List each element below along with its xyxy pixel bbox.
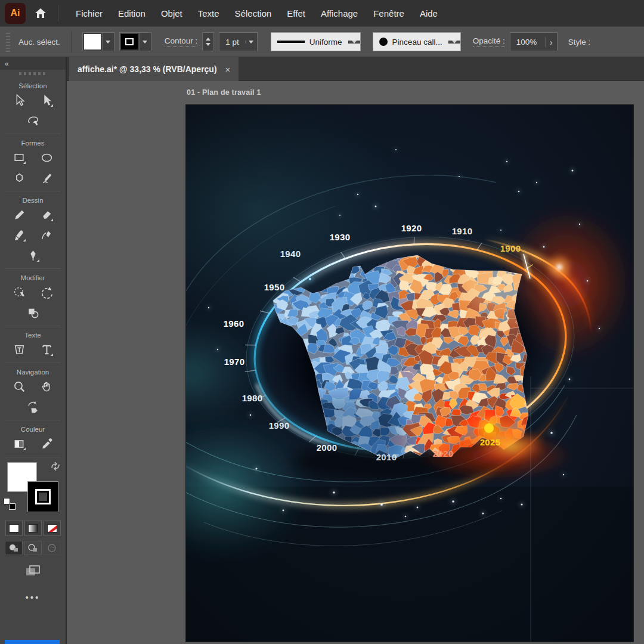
menu-edition[interactable]: Edition: [110, 0, 153, 26]
brush-select[interactable]: Pinceau call...: [373, 32, 461, 51]
timeline-year-2020: 2020: [433, 448, 454, 459]
timeline-year-1900: 1900: [500, 243, 521, 253]
panel-collapse-button[interactable]: «: [0, 57, 66, 70]
menu-texte[interactable]: Texte: [190, 0, 227, 26]
artboard-tool-icon[interactable]: [0, 564, 66, 579]
canvas-pasteboard[interactable]: 01 - Plan de travail 1 19001910192019301…: [67, 81, 644, 644]
tools-panel: « SélectionFormesDessinModifierTexteNavi…: [0, 57, 67, 644]
menu-fichier[interactable]: Fichier: [68, 0, 110, 26]
variable-width-profile-select[interactable]: Uniforme: [271, 32, 361, 51]
separator: [71, 31, 72, 52]
menu-objet[interactable]: Objet: [153, 0, 190, 26]
chevron-down-icon[interactable]: [139, 33, 151, 51]
shape-builder-tool[interactable]: [25, 305, 41, 320]
menu-aide[interactable]: Aide: [412, 0, 445, 26]
opacity-field[interactable]: 100% ›: [510, 32, 558, 51]
menu-selection[interactable]: Sélection: [227, 0, 280, 26]
eraser-tool[interactable]: [39, 207, 54, 222]
rotate-tool[interactable]: [39, 284, 54, 300]
section-title: Navigation: [0, 369, 66, 376]
stroke-weight-label[interactable]: Contour :: [165, 36, 198, 47]
fill-swatch[interactable]: [84, 34, 101, 49]
draw-inside-mode[interactable]: [43, 541, 61, 555]
draw-behind-mode[interactable]: [24, 541, 42, 555]
touch-type-tool[interactable]: [11, 342, 27, 357]
timeline-year-1940: 1940: [280, 249, 301, 259]
timeline-year-2025: 2025: [480, 437, 501, 447]
stroke-weight-select[interactable]: 1 pt: [219, 32, 258, 51]
next-icon[interactable]: ›: [545, 37, 557, 47]
opacity-value[interactable]: 100%: [510, 38, 545, 47]
artboard-area[interactable]: 1900191019201930194019501960197019801990…: [186, 105, 633, 642]
gradient-button[interactable]: [24, 521, 42, 536]
document-tab-bar: affiche.ai* @ 33,33 % (RVB/Aperçu) ×: [67, 57, 644, 81]
paintbrush-tool[interactable]: [11, 227, 27, 243]
panel-drag-handle[interactable]: [0, 70, 66, 77]
document-tab[interactable]: affiche.ai* @ 33,33 % (RVB/Aperçu) ×: [69, 57, 239, 81]
timeline-year-1910: 1910: [452, 226, 473, 236]
section-divider: [5, 420, 61, 420]
panel-grip[interactable]: [6, 32, 10, 52]
edit-toolbar-accent[interactable]: [5, 640, 60, 644]
brush-value: Pinceau call...: [392, 38, 442, 47]
control-bar: Auc. sélect. Contour : 1 pt Uniforme Pin…: [0, 26, 644, 57]
close-icon[interactable]: ×: [225, 64, 231, 75]
toolbar-section-couleur: Couleur: [0, 426, 66, 451]
hand-tool[interactable]: [39, 379, 54, 394]
selection-tool[interactable]: [11, 92, 27, 108]
shaper-tool[interactable]: [39, 170, 54, 185]
stroke-weight-stepper[interactable]: [202, 32, 214, 51]
toolbar-section-formes: Formes: [0, 140, 66, 185]
menu-fenetre[interactable]: Fenêtre: [366, 0, 412, 26]
toolbar-section-navigation: Navigation: [0, 369, 66, 414]
pencil-tool[interactable]: [11, 207, 27, 222]
chevron-down-icon[interactable]: [348, 41, 360, 44]
home-icon[interactable]: [34, 7, 47, 20]
section-divider: [5, 363, 61, 363]
opacity-label[interactable]: Opacité :: [473, 36, 505, 47]
default-colors-icon[interactable]: [4, 498, 16, 510]
swap-fill-stroke-icon[interactable]: [50, 461, 61, 474]
document-title: affiche.ai* @ 33,33 % (RVB/Aperçu): [78, 64, 217, 74]
chevron-down-icon[interactable]: [102, 33, 114, 51]
poster-artwork: 1900191019201930194019501960197019801990…: [186, 105, 633, 642]
style-label: Style :: [568, 38, 591, 47]
type-tool[interactable]: [39, 342, 54, 357]
toolbar-section-dessin: Dessin: [0, 197, 66, 263]
stroke-swatch[interactable]: [121, 34, 138, 49]
section-divider: [5, 191, 61, 191]
rectangle-tool[interactable]: [11, 150, 27, 165]
section-divider: [5, 457, 61, 457]
timeline-year-2010: 2010: [376, 452, 397, 462]
stroke-proxy-swatch[interactable]: [27, 481, 58, 512]
color-button[interactable]: [5, 521, 23, 536]
pen-tool[interactable]: [25, 247, 41, 263]
none-button[interactable]: [44, 521, 61, 536]
timeline-year-2000: 2000: [317, 442, 338, 453]
free-transform-tool[interactable]: [11, 284, 27, 300]
rotate-view-tool[interactable]: [25, 399, 41, 414]
ellipse-shape-tool[interactable]: [39, 150, 54, 165]
lasso-tool[interactable]: [25, 113, 41, 128]
menu-effet[interactable]: Effet: [279, 0, 313, 26]
stroke-color-control[interactable]: [119, 32, 151, 51]
section-title: Formes: [0, 140, 66, 147]
draw-normal-mode[interactable]: [5, 541, 23, 555]
direct-selection-tool[interactable]: [39, 92, 54, 108]
eyedropper-tool[interactable]: [39, 436, 54, 451]
year-2025-marker-dot: [484, 423, 494, 433]
zoom-tool[interactable]: [11, 379, 27, 394]
section-divider: [5, 134, 61, 134]
artboard-label[interactable]: 01 - Plan de travail 1: [187, 88, 261, 97]
timeline-year-1930: 1930: [330, 232, 351, 242]
app-logo-icon[interactable]: Ai: [5, 3, 26, 24]
fill-color-control[interactable]: [82, 32, 114, 51]
chevron-down-icon[interactable]: [245, 41, 257, 44]
more-tools-button[interactable]: •••: [0, 592, 66, 602]
polygon-tool[interactable]: [11, 170, 27, 185]
toolbar-section-modifier: Modifier: [0, 274, 66, 320]
chevron-down-icon[interactable]: [448, 41, 460, 44]
menu-affichage[interactable]: Affichage: [313, 0, 366, 26]
curvature-tool[interactable]: [39, 227, 54, 243]
gradient-tool[interactable]: [11, 436, 27, 451]
